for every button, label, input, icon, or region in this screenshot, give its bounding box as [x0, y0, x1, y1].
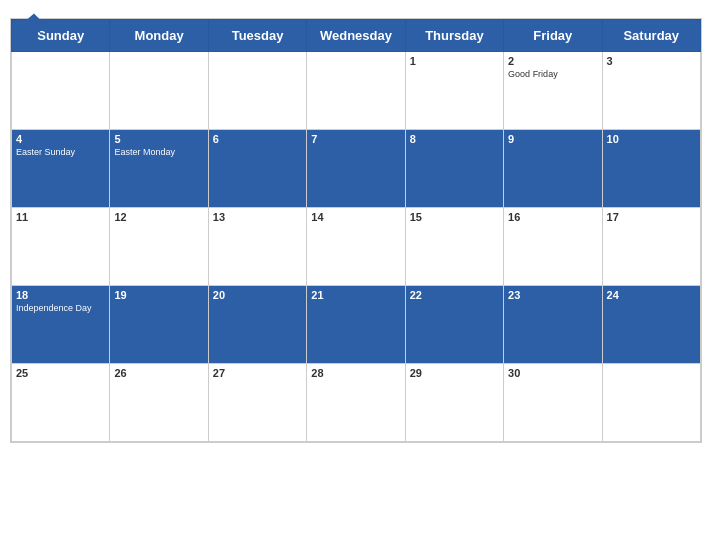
page-header [0, 0, 712, 18]
day-number: 21 [311, 289, 400, 301]
calendar-header: SundayMondayTuesdayWednesdayThursdayFrid… [12, 20, 701, 52]
calendar-cell: 13 [208, 208, 306, 286]
day-number: 18 [16, 289, 105, 301]
day-number: 20 [213, 289, 302, 301]
calendar-cell [602, 364, 700, 442]
day-number: 17 [607, 211, 696, 223]
calendar-cell: 9 [504, 130, 602, 208]
logo [20, 10, 50, 38]
day-number: 9 [508, 133, 597, 145]
day-number: 26 [114, 367, 203, 379]
day-number: 24 [607, 289, 696, 301]
holiday-name: Easter Sunday [16, 147, 105, 157]
calendar-cell: 12 [110, 208, 208, 286]
calendar-week: 18Independence Day192021222324 [12, 286, 701, 364]
day-number: 1 [410, 55, 499, 67]
logo-bird-icon [20, 10, 48, 38]
day-number: 11 [16, 211, 105, 223]
calendar-cell: 30 [504, 364, 602, 442]
calendar-cell: 6 [208, 130, 306, 208]
dow-header: Tuesday [208, 20, 306, 52]
holiday-name: Good Friday [508, 69, 597, 79]
calendar-week: 11121314151617 [12, 208, 701, 286]
holiday-name: Independence Day [16, 303, 105, 313]
calendar-cell: 26 [110, 364, 208, 442]
calendar-cell: 2Good Friday [504, 52, 602, 130]
calendar-cell: 28 [307, 364, 405, 442]
day-number: 15 [410, 211, 499, 223]
calendar-body: 12Good Friday34Easter Sunday5Easter Mond… [12, 52, 701, 442]
calendar-cell: 3 [602, 52, 700, 130]
holiday-name: Easter Monday [114, 147, 203, 157]
day-number: 19 [114, 289, 203, 301]
day-number: 14 [311, 211, 400, 223]
calendar-cell: 24 [602, 286, 700, 364]
day-number: 2 [508, 55, 597, 67]
day-number: 10 [607, 133, 696, 145]
day-number: 16 [508, 211, 597, 223]
calendar-cell: 7 [307, 130, 405, 208]
day-number: 7 [311, 133, 400, 145]
day-number: 28 [311, 367, 400, 379]
day-number: 5 [114, 133, 203, 145]
calendar-cell: 25 [12, 364, 110, 442]
calendar-cell: 5Easter Monday [110, 130, 208, 208]
day-number: 30 [508, 367, 597, 379]
dow-header: Friday [504, 20, 602, 52]
calendar-cell [208, 52, 306, 130]
calendar-week: 4Easter Sunday5Easter Monday678910 [12, 130, 701, 208]
calendar-cell [110, 52, 208, 130]
calendar-cell: 4Easter Sunday [12, 130, 110, 208]
calendar-cell: 1 [405, 52, 503, 130]
dow-header: Monday [110, 20, 208, 52]
calendar-week: 252627282930 [12, 364, 701, 442]
day-number: 13 [213, 211, 302, 223]
calendar-cell: 29 [405, 364, 503, 442]
day-number: 4 [16, 133, 105, 145]
day-number: 6 [213, 133, 302, 145]
calendar-cell: 14 [307, 208, 405, 286]
calendar-cell: 19 [110, 286, 208, 364]
calendar-cell: 15 [405, 208, 503, 286]
calendar-cell: 8 [405, 130, 503, 208]
calendar-cell: 16 [504, 208, 602, 286]
day-number: 27 [213, 367, 302, 379]
day-number: 12 [114, 211, 203, 223]
day-number: 25 [16, 367, 105, 379]
day-number: 3 [607, 55, 696, 67]
calendar-cell: 27 [208, 364, 306, 442]
calendar-week: 12Good Friday3 [12, 52, 701, 130]
day-number: 29 [410, 367, 499, 379]
dow-header: Saturday [602, 20, 700, 52]
dow-header: Thursday [405, 20, 503, 52]
calendar-cell: 20 [208, 286, 306, 364]
day-number: 22 [410, 289, 499, 301]
calendar-cell: 10 [602, 130, 700, 208]
calendar-cell: 23 [504, 286, 602, 364]
calendar-cell: 22 [405, 286, 503, 364]
day-number: 23 [508, 289, 597, 301]
calendar: SundayMondayTuesdayWednesdayThursdayFrid… [10, 18, 702, 443]
calendar-cell [307, 52, 405, 130]
dow-header: Wednesday [307, 20, 405, 52]
calendar-cell: 11 [12, 208, 110, 286]
calendar-cell: 17 [602, 208, 700, 286]
day-number: 8 [410, 133, 499, 145]
calendar-cell: 21 [307, 286, 405, 364]
calendar-cell [12, 52, 110, 130]
svg-marker-0 [24, 14, 45, 35]
calendar-cell: 18Independence Day [12, 286, 110, 364]
